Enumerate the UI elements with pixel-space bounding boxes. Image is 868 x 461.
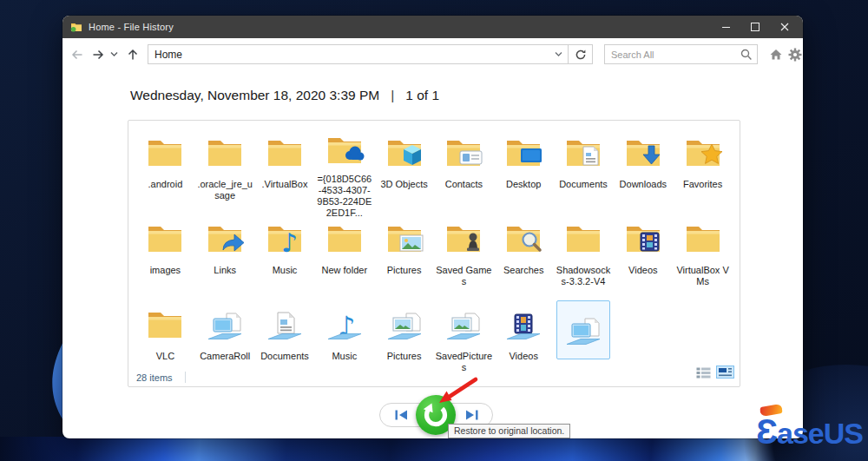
file-item[interactable]: New folder bbox=[314, 214, 374, 300]
folder-cube-icon bbox=[378, 128, 431, 177]
file-item[interactable]: ♪ Music bbox=[255, 214, 315, 300]
file-item-label: Music bbox=[332, 351, 357, 362]
previous-version-button[interactable] bbox=[392, 406, 410, 424]
file-item[interactable]: Documents bbox=[255, 300, 315, 386]
easeus-logo: ƐaseUS bbox=[756, 404, 863, 459]
search-button[interactable] bbox=[736, 49, 757, 61]
file-item-label: Downloads bbox=[620, 179, 667, 190]
file-item[interactable]: Desktop bbox=[494, 128, 554, 214]
file-item[interactable]: ={018D5C66-4533-4307-9B53-224DE2ED1F... bbox=[314, 128, 374, 214]
folder-icon bbox=[198, 128, 252, 177]
search-input[interactable] bbox=[605, 49, 736, 61]
folder-icon bbox=[138, 214, 192, 263]
refresh-button[interactable] bbox=[569, 45, 592, 63]
file-item[interactable]: .android bbox=[135, 128, 195, 214]
file-item-label: Shadowsocks-3.3.2-V4 bbox=[555, 265, 612, 287]
file-item-label: SavedPictures bbox=[435, 351, 492, 373]
backup-date: Wednesday, November 18, 2020 3:39 PM bbox=[130, 88, 379, 102]
file-item-label: .android bbox=[148, 179, 183, 190]
file-item-label: .oracle_jre_usage bbox=[196, 179, 253, 201]
folder-card-icon bbox=[437, 128, 490, 177]
file-item[interactable]: .VirtualBox bbox=[255, 128, 315, 214]
item-count: 28 items bbox=[136, 372, 173, 383]
details-view-button[interactable] bbox=[696, 366, 711, 382]
folder-shortcut-icon bbox=[198, 214, 252, 263]
chevron-down-icon bbox=[110, 51, 118, 57]
search-box[interactable] bbox=[604, 44, 758, 64]
details-view-icon bbox=[696, 367, 711, 379]
backup-position: 1 of 1 bbox=[405, 88, 439, 102]
file-item[interactable]: Documents bbox=[554, 128, 614, 214]
minimize-button[interactable] bbox=[711, 16, 740, 38]
status-bar: 28 items bbox=[136, 372, 186, 383]
file-item-label: VLC bbox=[156, 351, 174, 362]
file-item-selected[interactable] bbox=[554, 300, 614, 386]
library-doc-icon bbox=[258, 300, 312, 349]
folder-game-icon bbox=[437, 214, 490, 263]
up-button[interactable] bbox=[123, 44, 142, 64]
file-item-label: Searches bbox=[503, 265, 543, 276]
back-button[interactable] bbox=[68, 44, 87, 64]
forward-button[interactable] bbox=[89, 44, 108, 64]
close-button[interactable] bbox=[770, 16, 799, 38]
thumbnail-view-button[interactable] bbox=[716, 366, 734, 382]
status-separator bbox=[185, 372, 186, 383]
file-item[interactable]: Searches bbox=[494, 214, 554, 300]
annotation-arrow-icon bbox=[431, 375, 486, 412]
file-item[interactable]: Downloads bbox=[613, 128, 673, 214]
file-list-area: .android .oracle_jre_usage .VirtualBox =… bbox=[128, 120, 740, 387]
file-item-label: Music bbox=[273, 265, 298, 276]
file-item[interactable]: Videos bbox=[613, 214, 673, 300]
folder-picture-icon bbox=[378, 214, 431, 263]
library-film-icon bbox=[496, 300, 550, 349]
file-item[interactable]: SavedPictures bbox=[434, 300, 494, 386]
heading-divider: | bbox=[391, 88, 394, 102]
file-item[interactable]: ♪ Music bbox=[314, 300, 374, 386]
file-item[interactable]: Shadowsocks-3.3.2-V4 bbox=[554, 214, 614, 300]
folder-icon bbox=[318, 214, 372, 263]
file-grid: .android .oracle_jre_usage .VirtualBox =… bbox=[128, 121, 740, 386]
folder-search-icon bbox=[496, 214, 550, 263]
file-item[interactable]: Contacts bbox=[434, 128, 494, 214]
file-item-label: 3D Objects bbox=[380, 179, 427, 190]
refresh-icon bbox=[575, 49, 587, 61]
file-item-label: Contacts bbox=[445, 179, 483, 190]
settings-button[interactable] bbox=[786, 44, 804, 64]
file-item[interactable]: CameraRoll bbox=[195, 300, 255, 386]
address-bar[interactable]: Home bbox=[148, 44, 593, 64]
home-button[interactable] bbox=[767, 44, 785, 64]
file-item-label: VirtualBox VMs bbox=[674, 265, 732, 287]
svg-text:♪: ♪ bbox=[281, 227, 298, 258]
file-item-label: .VirtualBox bbox=[261, 179, 307, 190]
file-item-label: CameraRoll bbox=[200, 351, 250, 362]
file-item[interactable]: Favorites bbox=[673, 128, 733, 214]
address-dropdown-button[interactable] bbox=[549, 45, 568, 63]
titlebar[interactable]: Home - File History bbox=[62, 16, 803, 38]
recent-locations-button[interactable] bbox=[108, 44, 120, 64]
file-item[interactable]: VirtualBox VMs bbox=[673, 214, 733, 300]
folder-star-icon bbox=[676, 128, 730, 177]
search-icon bbox=[740, 49, 753, 61]
library-note-icon: ♪ bbox=[318, 300, 372, 349]
backup-date-heading: Wednesday, November 18, 2020 3:39 PM|1 o… bbox=[130, 88, 439, 103]
file-item[interactable]: Videos bbox=[494, 300, 554, 386]
folder-icon bbox=[138, 300, 192, 349]
file-item[interactable]: Links bbox=[195, 214, 255, 300]
folder-icon bbox=[676, 214, 730, 263]
folder-doc-icon bbox=[556, 128, 610, 177]
address-value[interactable]: Home bbox=[148, 49, 549, 61]
folder-note-icon: ♪ bbox=[258, 214, 312, 263]
file-item[interactable]: images bbox=[135, 214, 195, 300]
maximize-icon bbox=[751, 23, 760, 31]
file-item[interactable]: Pictures bbox=[374, 214, 434, 300]
file-item[interactable]: Pictures bbox=[374, 300, 434, 386]
maximize-button[interactable] bbox=[740, 16, 770, 38]
folder-download-icon bbox=[616, 128, 670, 177]
file-item[interactable]: Saved Games bbox=[434, 214, 494, 300]
file-history-window: Home - File History Home bbox=[62, 16, 803, 438]
file-item-label: New folder bbox=[322, 265, 368, 276]
file-item[interactable]: 3D Objects bbox=[374, 128, 434, 214]
minimize-icon bbox=[722, 27, 730, 28]
file-item[interactable]: .oracle_jre_usage bbox=[195, 128, 255, 214]
file-item-label: Favorites bbox=[683, 179, 722, 190]
